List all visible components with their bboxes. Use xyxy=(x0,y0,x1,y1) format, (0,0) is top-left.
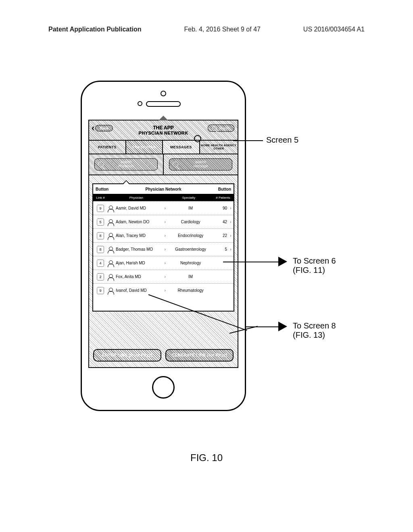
back-button-label: Back xyxy=(95,125,113,131)
table-row[interactable]: 4Ajan, Harish MD›Nephrology xyxy=(93,256,234,270)
person-icon xyxy=(108,247,113,252)
chevron-left-icon: ‹ xyxy=(92,124,94,133)
specialty-value: Cardiology xyxy=(168,220,213,224)
callout-screen5: Screen 5 xyxy=(266,135,298,145)
link-number-chip[interactable]: 9 xyxy=(97,205,104,212)
app-title: THE APP PHYSCIAN NETWORK xyxy=(138,125,188,135)
person-icon xyxy=(108,219,113,225)
table-row[interactable]: 9Ivanof, David MD›Rheumatology xyxy=(93,283,234,297)
link-number-chip[interactable]: 9 xyxy=(97,287,104,294)
top-search-button[interactable]: search xyxy=(208,125,234,132)
patient-count: 42 xyxy=(213,220,228,224)
chevron-right-icon: › xyxy=(162,261,168,265)
physician-rows: 9Aamir, David MD›IM90›5Adam, Newton DO›C… xyxy=(93,201,234,297)
person-icon xyxy=(108,274,113,280)
app-title-line2: PHYSCIAN NETWORK xyxy=(138,131,188,135)
chevron-right-icon: › xyxy=(162,274,168,279)
tab-physicians[interactable]: PHYSICIANS xyxy=(126,141,163,154)
panel-header: Button Physician Network Button xyxy=(93,184,234,194)
link-number-chip[interactable]: 5 xyxy=(97,218,104,226)
patient-count: 90 xyxy=(213,206,228,210)
search-message-cell: search message xyxy=(164,154,238,175)
header-right: US 2016/0034654 A1 xyxy=(303,26,365,33)
patient-count: 5 xyxy=(213,247,228,251)
specialty-value: IM xyxy=(168,206,213,210)
callout-to-screen6-l2: (FIG. 11) xyxy=(293,266,325,275)
table-row[interactable]: 8Alan, Tracey MD›Endocrinology22› xyxy=(93,229,234,242)
chevron-right-icon: › xyxy=(162,233,168,238)
specialty-value: Endocrinology xyxy=(168,233,213,238)
person-icon xyxy=(108,233,113,239)
generate-link-button[interactable]: GENERATE LINK (for Phys) xyxy=(165,349,234,362)
specialty-value: Rheumatology xyxy=(168,288,213,293)
search-icon xyxy=(173,162,178,167)
specialty-value: IM xyxy=(168,274,213,279)
app-screen: ‹ Back THE APP PHYSCIAN NETWORK search P… xyxy=(88,120,238,368)
leader-line xyxy=(233,140,263,141)
link-number-chip[interactable]: 8 xyxy=(97,246,104,253)
physician-name: Alan, Tracey MD xyxy=(116,233,146,238)
search-icon xyxy=(212,126,217,131)
specialty-value: Gastroenterology xyxy=(168,247,213,251)
chevron-right-icon: › xyxy=(162,247,168,251)
person-icon xyxy=(108,206,113,211)
callout-to-screen8-l1: To Screen 8 xyxy=(293,321,336,330)
back-button[interactable]: ‹ Back xyxy=(92,124,113,133)
panel-left-button[interactable]: Button xyxy=(96,187,108,191)
person-icon xyxy=(108,260,113,266)
link-number-chip[interactable]: 4 xyxy=(97,260,104,267)
chevron-right-icon: › xyxy=(162,288,168,293)
phone-device-frame: ‹ Back THE APP PHYSCIAN NETWORK search P… xyxy=(81,81,246,411)
col-patients-header: # Patients xyxy=(213,196,234,200)
popover-pointer-icon xyxy=(159,116,168,121)
search-message-input[interactable]: search message xyxy=(169,158,232,170)
col-link-header: Link # xyxy=(93,196,108,200)
chevron-right-icon: › xyxy=(228,220,234,224)
search-message-placeholder: search message xyxy=(193,160,208,168)
speaker-slot-icon xyxy=(146,101,181,107)
tab-home-health-other[interactable]: HOME HEALTH AGENCY OTHER xyxy=(200,141,238,154)
specialty-value: Nephrology xyxy=(168,261,213,265)
leader-line xyxy=(246,326,278,327)
physician-name: Badger, Thomas MO xyxy=(116,247,153,251)
chevron-right-icon: › xyxy=(162,206,168,210)
table-row[interactable]: 2Fox, Anita MD›IM xyxy=(93,270,234,283)
leader-line xyxy=(223,262,279,262)
header-left: Patent Application Publication xyxy=(48,26,142,33)
enter-link-button[interactable]: ENTER LINK (from Phys) xyxy=(93,349,161,362)
physician-network-panel: Button Physician Network Button Link # P… xyxy=(92,183,234,312)
top-search-label: search xyxy=(219,126,230,130)
search-physician-cell: search Physician xyxy=(89,154,164,175)
link-number-chip[interactable]: 8 xyxy=(97,232,104,239)
table-row[interactable]: 8Badger, Thomas MO›Gastroenterology5› xyxy=(93,242,234,256)
link-number-chip[interactable]: 2 xyxy=(97,273,104,281)
physician-name: Ivanof, David MD xyxy=(116,288,147,293)
page-header: Patent Application Publication Feb. 4, 2… xyxy=(0,26,413,33)
arrow-right-icon xyxy=(278,257,287,266)
chevron-right-icon: › xyxy=(228,206,234,210)
callout-to-screen8-l2: (FIG. 13) xyxy=(293,330,325,340)
home-button[interactable] xyxy=(152,376,175,399)
sensor-dot-icon xyxy=(138,101,142,106)
search-physician-placeholder: search Physician xyxy=(118,160,134,168)
arrow-right-icon xyxy=(278,322,287,331)
figure-caption: FIG. 10 xyxy=(190,452,223,463)
physician-name: Aamir, David MD xyxy=(116,206,146,210)
tab-patients[interactable]: PATIENTS xyxy=(89,141,126,154)
app-title-bar: ‹ Back THE APP PHYSCIAN NETWORK search xyxy=(89,121,238,141)
callout-to-screen6-l1: To Screen 6 xyxy=(293,256,336,266)
tab-messages[interactable]: MESSAGES xyxy=(163,141,200,154)
search-icon xyxy=(98,162,104,167)
col-physician-header: Physician xyxy=(108,196,165,200)
table-row[interactable]: 9Aamir, David MD›IM90› xyxy=(93,201,234,215)
physician-name: Ajan, Harish MD xyxy=(116,261,145,265)
table-row[interactable]: 5Adam, Newton DO›Cardiology42› xyxy=(93,215,234,229)
panel-column-headers: Link # Physician Specialty # Patients xyxy=(93,194,234,201)
patient-count: 22 xyxy=(213,233,228,238)
col-specialty-header: Specialty xyxy=(165,196,213,200)
physician-name: Fox, Anita MD xyxy=(116,274,141,279)
search-physician-input[interactable]: search Physician xyxy=(94,158,158,170)
panel-title: Physician Network xyxy=(108,187,218,191)
chevron-right-icon: › xyxy=(228,233,234,238)
panel-right-button[interactable]: Button xyxy=(218,187,231,191)
